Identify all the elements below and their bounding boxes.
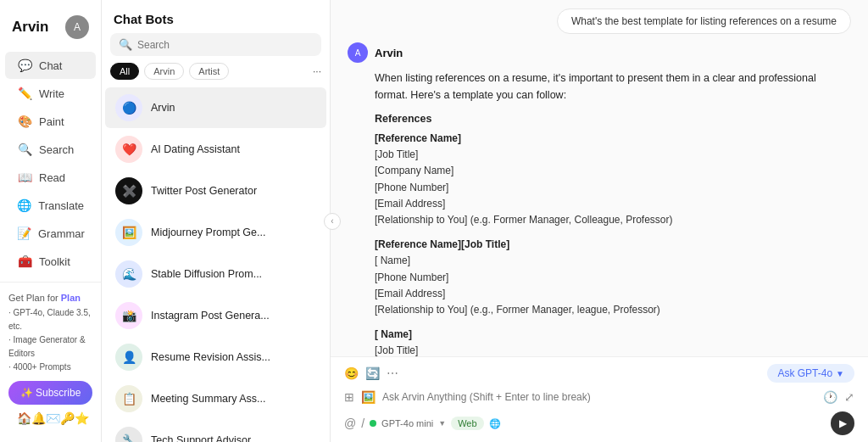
model-name: GPT-4o mini [381,418,433,428]
translate-icon: 🌐 [17,199,31,212]
bot-name: Arvin [151,102,175,114]
chat-top-bar: What's the best template for listing ref… [331,0,868,42]
bot-sidebar: Chat Bots 🔍 AllArvinArtist ··· 🔵 Arvin ❤… [102,0,331,442]
bot-avatar: 🌊 [115,260,142,288]
sidebar-item-toolkit[interactable]: 🧰Toolkit [5,248,96,275]
nav-label: Paint [39,115,64,128]
model-info: @ / GPT-4o mini ▼ Web 🌐 [344,417,501,430]
bot-list: 🔵 Arvin ❤️ AI Dating Assistant ✖️ Twitte… [102,87,330,442]
search-icon: 🔍 [17,143,32,156]
ref-line: [Company Name] [375,163,851,179]
more-icon[interactable]: ⋯ [387,366,398,380]
nav-label: Write [39,87,64,100]
plan-feature: · 4000+ Prompts [8,361,92,374]
input-row: ⊞ 🖼️ 🕐 ⤢ [344,388,854,406]
bot-name: Resume Revision Assis... [151,351,270,363]
notification-icon[interactable]: 🔔 [31,411,46,425]
search-icon: 🔍 [119,38,132,51]
sender-avatar: A [348,42,368,63]
chat-input[interactable] [382,388,816,406]
toolkit-icon: 🧰 [17,255,32,268]
emoji-icon[interactable]: 😊 [344,366,359,380]
ref-line: [ Name] [375,253,851,269]
star-icon[interactable]: ⭐ [75,411,89,425]
sender-name: Arvin [375,47,403,59]
sidebar-item-read[interactable]: 📖Read [5,164,96,191]
sidebar-item-chat[interactable]: 💬Chat [5,52,96,79]
input-toolbar-top: 😊 🔄 ⋯ Ask GPT-4o ▼ [344,364,854,383]
key-icon[interactable]: 🔑 [60,411,75,425]
bot-avatar: 📸 [115,302,142,329]
filter-tab-artist[interactable]: Artist [189,63,229,80]
bot-avatar: 🔵 [115,94,142,121]
image-icon[interactable]: 🖼️ [361,390,376,404]
bot-list-item[interactable]: 🖼️ Midjourney Prompt Ge... [105,212,326,253]
sidebar-item-write[interactable]: ✏️Write [5,80,96,107]
grammar-icon: 📝 [17,227,31,240]
bot-list-item[interactable]: ✖️ Twitter Post Generator [105,171,326,211]
input-icons-left: 😊 🔄 ⋯ [344,366,398,380]
main-chat: What's the best template for listing ref… [331,0,868,442]
bot-avatar: ✖️ [115,177,142,204]
bot-list-item[interactable]: ❤️ AI Dating Assistant [105,129,326,170]
main-nav: 💬Chat✏️Write🎨Paint🔍Search📖Read🌐Translate… [0,51,101,276]
filter-tab-all[interactable]: All [110,63,139,80]
ref-line: [Phone Number] [375,180,851,196]
chat-icon: 💬 [17,59,32,72]
input-right-icons: 🕐 ⤢ [823,390,854,404]
filter-tab-arvin[interactable]: Arvin [144,63,184,80]
reference-1: [Reference Name] [Job Title][Company Nam… [375,131,851,228]
bot-name: Stable Diffusion Prom... [151,268,262,280]
app-header: Arvin A [0,8,101,51]
slash-icon[interactable]: / [361,417,364,430]
plan-feature: · Image Generator & Editors [8,333,92,361]
collapse-sidebar-button[interactable]: ‹ [324,213,341,230]
more-filters-button[interactable]: ··· [313,65,321,77]
at-icon[interactable]: @ [344,417,356,430]
sidebar-item-search[interactable]: 🔍Search [5,136,96,163]
input-extra-icons: ⊞ 🖼️ [344,390,376,404]
nav-label: Translate [38,199,84,212]
input-bottom-bar: @ / GPT-4o mini ▼ Web 🌐 ▶ [344,411,854,435]
ref-line: [Relationship to You] (e.g. Former Manag… [375,212,851,228]
subscribe-button[interactable]: ✨ Subscribe [8,381,92,405]
plan-info: Get Plan for Plan · GPT-4o, Claude 3.5, … [8,291,92,374]
sidebar-item-paint[interactable]: 🎨Paint [5,108,96,135]
sidebar-item-grammar[interactable]: 📝Grammar [5,220,96,247]
bot-name: Instagram Post Genera... [151,310,270,322]
clock-icon[interactable]: 🕐 [823,390,837,404]
expand-icon[interactable]: ⤢ [844,390,854,404]
bot-list-item[interactable]: 🔧 Tech Support Advisor [105,420,326,442]
ref-line: [Job Title] [375,343,851,356]
user-avatar[interactable]: A [65,15,89,39]
message-icon[interactable]: ✉️ [46,411,60,425]
send-button[interactable]: ▶ [831,411,854,435]
sidebar-item-translate[interactable]: 🌐Translate [5,192,96,219]
references-title: References [375,110,851,127]
bot-list-item[interactable]: 📋 Meeting Summary Ass... [105,378,326,419]
refresh-icon[interactable]: 🔄 [365,366,380,380]
bot-name: Twitter Post Generator [151,185,257,197]
home-icon[interactable]: 🏠 [17,411,31,425]
bot-name: Meeting Summary Ass... [151,393,265,405]
model-chevron-icon[interactable]: ▼ [438,419,446,428]
nav-label: Search [39,143,74,156]
bot-list-item[interactable]: 👤 Resume Revision Assis... [105,337,326,378]
ref-line: [Email Address] [375,286,851,302]
ask-button[interactable]: Ask GPT-4o ▼ [767,364,854,383]
bot-list-item[interactable]: 🔵 Arvin [105,87,326,128]
plan-link[interactable]: Plan [61,293,81,303]
chat-input-area: 😊 🔄 ⋯ Ask GPT-4o ▼ ⊞ 🖼️ 🕐 ⤢ [331,356,868,442]
bot-list-item[interactable]: 📸 Instagram Post Genera... [105,295,326,336]
left-sidebar: Arvin A 💬Chat✏️Write🎨Paint🔍Search📖Read🌐T… [0,0,102,442]
bot-avatar: 🔧 [115,427,142,442]
bot-avatar: 📋 [115,385,142,412]
ref-line: [Job Title] [375,147,851,163]
message-sender-row: A Arvin [348,42,851,63]
grid-icon[interactable]: ⊞ [344,390,354,404]
input-icons-right: Ask GPT-4o ▼ [767,364,854,383]
message-intro: When listing references on a resume, it'… [375,70,851,104]
bot-list-item[interactable]: 🌊 Stable Diffusion Prom... [105,254,326,294]
web-badge: Web [451,417,483,430]
search-input[interactable] [137,39,313,51]
